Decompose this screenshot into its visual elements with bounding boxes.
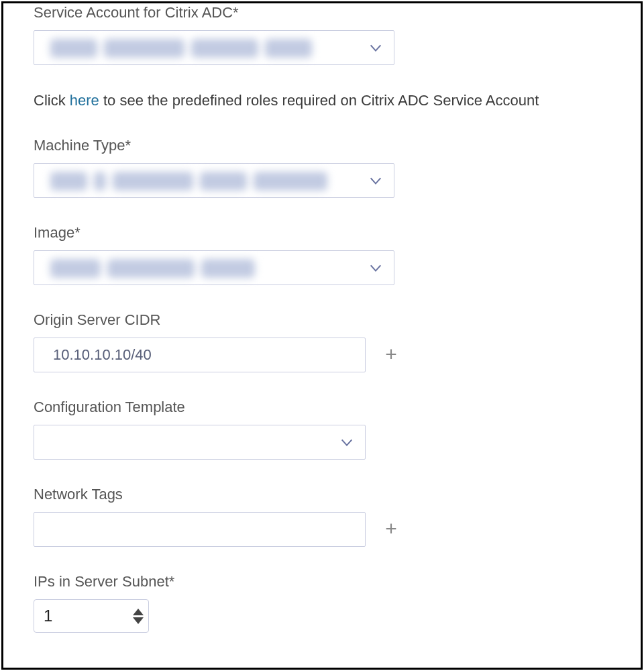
predefined-roles-hint: Click here to see the predefined roles r…	[34, 91, 610, 111]
label-origin-cidr: Origin Server CIDR	[34, 311, 610, 329]
field-origin-cidr: Origin Server CIDR +	[34, 311, 610, 372]
hint-suffix: to see the predefined roles required on …	[99, 92, 539, 109]
ips-subnet-value[interactable]: 1	[34, 600, 128, 632]
add-tag-button[interactable]: +	[382, 520, 400, 539]
spin-up-icon[interactable]	[133, 609, 144, 615]
form-panel: Service Account for Citrix ADC* Click he…	[1, 1, 643, 670]
hint-prefix: Click	[34, 92, 70, 109]
chevron-down-icon	[339, 435, 354, 450]
chevron-down-icon	[368, 40, 383, 55]
number-spinner	[128, 600, 148, 632]
label-config-template: Configuration Template	[34, 398, 610, 417]
field-config-template: Configuration Template	[34, 398, 610, 460]
select-service-account[interactable]	[34, 30, 394, 65]
label-image: Image*	[34, 223, 610, 242]
label-machine-type: Machine Type*	[34, 136, 610, 155]
here-link[interactable]: here	[70, 92, 99, 109]
redacted-value	[50, 259, 255, 278]
input-network-tags[interactable]	[34, 512, 366, 547]
select-config-template[interactable]	[34, 425, 366, 460]
field-network-tags: Network Tags +	[34, 485, 610, 547]
select-machine-type[interactable]	[34, 163, 394, 198]
field-service-account: Service Account for Citrix ADC*	[34, 3, 610, 65]
field-machine-type: Machine Type*	[34, 136, 610, 198]
select-image[interactable]	[34, 250, 394, 285]
chevron-down-icon	[368, 260, 383, 275]
label-network-tags: Network Tags	[34, 485, 610, 504]
redacted-value	[50, 172, 327, 191]
chevron-down-icon	[368, 173, 383, 188]
field-image: Image*	[34, 223, 610, 285]
label-service-account: Service Account for Citrix ADC*	[34, 3, 610, 22]
add-cidr-button[interactable]: +	[382, 346, 400, 364]
redacted-value	[50, 39, 312, 58]
input-origin-cidr[interactable]	[34, 338, 366, 372]
label-ips-subnet: IPs in Server Subnet*	[34, 572, 610, 591]
field-ips-subnet: IPs in Server Subnet* 1	[34, 572, 610, 633]
input-ips-subnet[interactable]: 1	[34, 599, 149, 633]
spin-down-icon[interactable]	[133, 617, 144, 624]
